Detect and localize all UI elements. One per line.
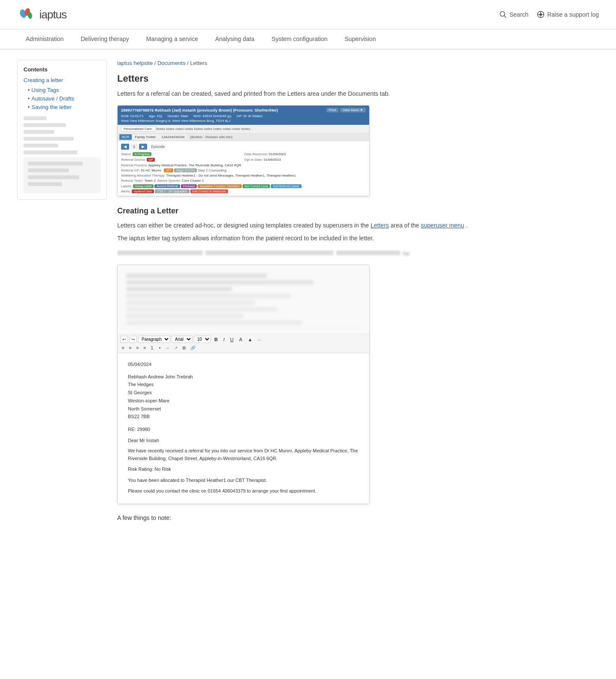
patient-gender: Gender: Male [168, 114, 188, 118]
patient-dob: DOB: 01/01/71 [121, 114, 144, 118]
section1-link-superuser[interactable]: superuser menu [421, 222, 464, 229]
toolbar-undo[interactable]: ↩ [120, 336, 128, 343]
toolbar-bold[interactable]: B [212, 336, 220, 343]
tag-notes: Notes notes notes notes Notes notes note… [156, 127, 253, 131]
section1-paragraph2: The iaptus letter tag system allows info… [117, 233, 599, 243]
content: iaptus helpsite / Documents / Letters Le… [117, 60, 599, 521]
letter-contact: Please could you contact the clinic on 0… [128, 487, 359, 495]
toolbar-align-right[interactable]: ≡ [135, 345, 141, 351]
bullet-2: • [28, 95, 30, 102]
toolbar-align-justify[interactable]: ≡ [142, 345, 148, 351]
sidebar-sublink-autosave-label: Autosave / Drafts [32, 95, 74, 102]
episode-referral: Referral Source: GP [121, 158, 243, 162]
editor-toolbar: ↩ ↪ Paragraph Arial 10 B I U A ▲ [118, 334, 369, 353]
letter-allocation: You have been allocated to Therapist Hea… [128, 477, 359, 484]
sidebar-faded-block [24, 157, 101, 193]
alert-3: Edit Contact in Westmain [190, 189, 228, 193]
support-button[interactable]: Raise a support log [537, 11, 599, 18]
episode-referral-team: Referral Team: Team 2 Advice Querier: Ca… [121, 179, 366, 183]
breadcrumb-sep1: / [154, 60, 157, 66]
labels-row: Labels: Group Label Access Referral Peri… [121, 184, 366, 188]
main-nav: Administration Delivering therapy Managi… [0, 30, 616, 50]
sidebar-title: Contents [24, 66, 101, 73]
toolbar-align-left[interactable]: ≡ [120, 345, 126, 351]
nav-item-managing[interactable]: Managing a service [138, 30, 207, 50]
patient-name: 2989V7768798876 Rebhash (Jad) Instanh (p… [121, 108, 278, 112]
tab-rcr-id[interactable]: 12A234234234 [159, 134, 187, 140]
toolbar-highlight[interactable]: ▲ [246, 336, 255, 343]
breadcrumb-home[interactable]: iaptus helpsite [117, 60, 153, 66]
breadcrumb-docs[interactable]: Documents [157, 60, 186, 66]
support-label: Raise a support log [547, 11, 599, 18]
labels-heading: Labels: [121, 184, 132, 188]
tab-rcr[interactable]: RCR [119, 134, 132, 140]
editor-body[interactable]: 05/04/2024 Rebhash Andrew John Trebrah T… [118, 353, 369, 504]
nav-item-admin[interactable]: Administration [17, 30, 72, 50]
nav-item-system-config[interactable]: System configuration [263, 30, 336, 50]
toolbar-italic[interactable]: I [221, 336, 227, 343]
btn-print[interactable]: Print [326, 108, 338, 112]
patient-age: Age: 52y [149, 114, 163, 118]
episode-buttons: ◀ 1 ▶ Episode [121, 144, 366, 150]
section1-link-letters[interactable]: Letters [370, 222, 389, 229]
letter-editor-screenshot: ↩ ↪ Paragraph Arial 10 B I U A ▲ [117, 265, 370, 504]
toolbar-indent[interactable]: → [163, 345, 171, 351]
toolbar-special[interactable]: – [256, 336, 263, 343]
toolbar-size-select[interactable]: 10 [194, 336, 211, 343]
letter-body1: We have recently received a referral for… [128, 447, 359, 462]
search-button[interactable]: Search [499, 11, 528, 18]
alert-1: System/Carer [132, 189, 154, 193]
note-heading: A few things to note: [117, 514, 599, 521]
toolbar-list-ordered[interactable]: 1. [149, 345, 156, 351]
letter-addr-line5: BS22 7BB [128, 413, 359, 421]
partial-text-end: he [403, 250, 410, 257]
nav-item-analysing[interactable]: Analysing data [207, 30, 263, 50]
label-1: Group Label [133, 184, 154, 188]
nav-item-delivering[interactable]: Delivering therapy [72, 30, 138, 50]
sidebar-sublink-tags-label: Using Tags [32, 87, 59, 93]
toolbar-align-center[interactable]: ≡ [127, 345, 133, 351]
label-5: Not Current Local [243, 184, 270, 188]
toolbar-format-select[interactable]: Paragraph [138, 336, 170, 343]
tab-family[interactable]: Family Trotter [132, 134, 158, 140]
sidebar-faded-content [24, 116, 101, 154]
toolbar-font-select[interactable]: Arial [172, 336, 192, 343]
sidebar-sublink-saving-label: Saving the letter [32, 104, 72, 110]
section1-text3: . [466, 222, 468, 229]
patient-record-screenshot: 2989V7768798876 Rebhash (Jad) Instanh (p… [117, 105, 370, 196]
label-3: Perinatal [181, 184, 197, 188]
bullet-1: • [28, 87, 30, 93]
episode-nav-next[interactable]: ▶ [139, 144, 147, 150]
nav-item-supervision[interactable]: Supervision [336, 30, 385, 50]
episode-gp-ref: Referral GP: Dr HC Munro APT Stage [SOON… [121, 168, 366, 172]
toolbar-redo[interactable]: ↪ [129, 336, 137, 343]
episode-date-received: Date Received: 01/09/2023 [244, 152, 366, 156]
episode-section: ◀ 1 ▶ Episode Status: In Progress Date R… [118, 141, 369, 196]
header: iaptus Search Raise a support log [0, 0, 616, 30]
page-description: Letters for a referral can be created, s… [117, 89, 599, 98]
toolbar-link[interactable]: 🔗 [189, 345, 197, 351]
btn-view-more[interactable]: View More ▼ [340, 108, 366, 112]
patient-practice: West View Millennium Surgery A, West Vie… [121, 119, 231, 123]
episode-nav-prev[interactable]: ◀ [121, 144, 129, 150]
sidebar-sublink-tags[interactable]: • Using Tags [28, 87, 101, 93]
patient-gp: GP: Dr W Walker [237, 114, 263, 118]
toolbar-arrow[interactable]: ↗ [172, 345, 179, 351]
logo: iaptus [17, 5, 66, 24]
toolbar-list-bullet[interactable]: • [157, 345, 163, 351]
editor-blurred-top [118, 265, 369, 334]
sidebar-sublink-autosave[interactable]: • Autosave / Drafts [28, 95, 101, 102]
search-icon [499, 11, 507, 18]
sidebar-sublink-saving[interactable]: • Saving the letter [28, 104, 101, 110]
alerts-heading: Alerts: [121, 189, 131, 193]
toolbar-table[interactable]: ⊞ [181, 345, 187, 351]
episode-practice: Referral Practice: Appleby Medical Pract… [121, 163, 366, 167]
sidebar-link-creating[interactable]: Creating a letter [24, 77, 101, 83]
letter-risk: Risk Rating: No Risk [128, 466, 359, 473]
toolbar-color[interactable]: A [237, 336, 244, 343]
toolbar-underline[interactable]: U [228, 336, 236, 343]
header-actions: Search Raise a support log [499, 11, 599, 18]
logo-text: iaptus [39, 8, 66, 21]
letter-date: 05/04/2024 [128, 362, 359, 367]
patient-tags-row: Personalised Care: Notes notes notes not… [118, 125, 369, 133]
